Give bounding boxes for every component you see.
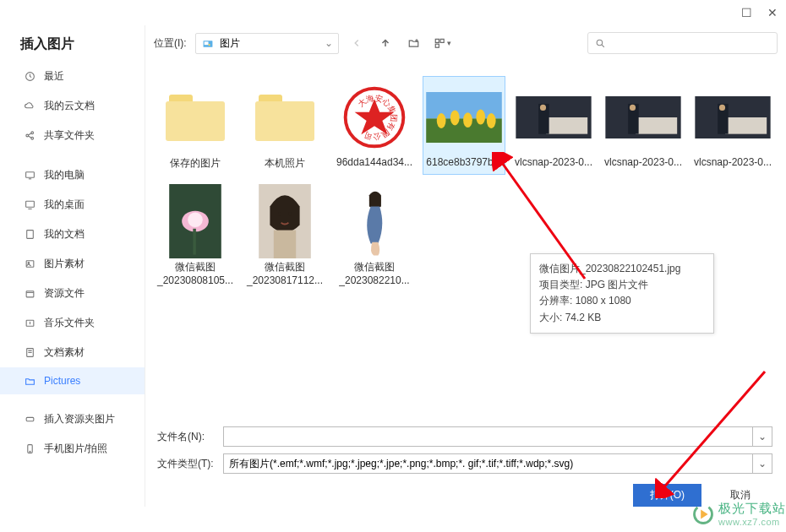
svg-point-51 bbox=[288, 212, 292, 215]
tooltip-size: 大小: 74.2 KB bbox=[539, 310, 705, 326]
view-button[interactable]: ▾ bbox=[432, 32, 454, 54]
sidebar-item-label: 我的文档 bbox=[44, 227, 85, 242]
sidebar-item-label: 手机图片/拍照 bbox=[44, 442, 107, 456]
watermark-logo-icon bbox=[691, 502, 715, 526]
svg-point-46 bbox=[188, 212, 203, 227]
sidebar-item-phone[interactable]: 手机图片/拍照 bbox=[0, 434, 145, 464]
sidebar-item-mydocs[interactable]: 我的文档 bbox=[0, 220, 145, 249]
svg-rect-37 bbox=[636, 117, 677, 134]
svg-point-14 bbox=[29, 451, 30, 452]
filename-input[interactable]: ⌄ bbox=[223, 426, 772, 447]
file-label-2: _20230817112... bbox=[244, 274, 325, 286]
tooltip-filename: 微信图片_20230822102451.jpg bbox=[539, 261, 705, 277]
file-item-folder[interactable]: 保存的图片 bbox=[154, 76, 237, 175]
sidebar-item-cloud[interactable]: 我的云文档 bbox=[0, 91, 145, 121]
svg-point-30 bbox=[476, 110, 485, 125]
file-label: 微信截图 bbox=[244, 260, 325, 274]
back-button[interactable] bbox=[346, 32, 368, 54]
sidebar-item-mycomputer[interactable]: 我的电脑 bbox=[0, 160, 145, 190]
file-tooltip: 微信图片_20230822102451.jpg 项目类型: JPG 图片文件 分… bbox=[530, 253, 714, 334]
tooltip-filetype: 项目类型: JPG 图片文件 bbox=[539, 277, 705, 293]
file-label-2: _20230808105... bbox=[155, 274, 236, 286]
sidebar-item-insert-resource[interactable]: 插入资源夹图片 bbox=[0, 404, 145, 434]
svg-rect-5 bbox=[25, 201, 34, 207]
up-button[interactable] bbox=[374, 32, 396, 54]
picture-folder-icon bbox=[201, 38, 215, 49]
file-label: 本机照片 bbox=[244, 156, 325, 171]
sidebar-item-resource[interactable]: 资源文件 bbox=[0, 279, 145, 308]
svg-marker-60 bbox=[701, 509, 707, 518]
location-label: 位置(I): bbox=[154, 36, 187, 51]
svg-rect-33 bbox=[546, 117, 587, 134]
filetype-value: 所有图片(*.emf;*.wmf;*.jpg;*.jpeg;*.jpe;*.pn… bbox=[229, 457, 573, 471]
tooltip-resolution: 分辨率: 1080 x 1080 bbox=[539, 293, 705, 309]
file-item-folder[interactable]: 本机照片 bbox=[243, 76, 326, 175]
tulips-thumbnail bbox=[426, 92, 502, 143]
file-item-image[interactable]: vlcsnap-2023-0... bbox=[512, 76, 595, 175]
sidebar-item-imageassets[interactable]: 图片素材 bbox=[0, 249, 145, 279]
cloud-icon bbox=[24, 100, 35, 112]
sidebar-item-pictures[interactable]: Pictures bbox=[0, 367, 145, 394]
file-label: 微信截图 bbox=[155, 260, 236, 274]
sidebar-item-label: 图片素材 bbox=[44, 257, 85, 271]
location-select[interactable]: 图片 ⌄ bbox=[195, 33, 339, 54]
sidebar-item-shared[interactable]: 共享文件夹 bbox=[0, 121, 145, 150]
sidebar-item-label: 插入资源夹图片 bbox=[44, 412, 115, 426]
filetype-select[interactable]: 所有图片(*.emf;*.wmf;*.jpg;*.jpeg;*.jpe;*.pn… bbox=[223, 453, 772, 474]
file-item-image[interactable]: 微信截图_2023082210... bbox=[333, 180, 416, 290]
close-button[interactable]: ✕ bbox=[767, 6, 778, 19]
new-folder-button[interactable] bbox=[403, 32, 425, 54]
sidebar-item-label: 我的桌面 bbox=[44, 198, 85, 212]
chevron-down-icon[interactable]: ⌄ bbox=[752, 427, 767, 446]
sidebar-item-label: Pictures bbox=[44, 375, 80, 387]
file-label-2: _2023082210... bbox=[334, 274, 415, 286]
maximize-button[interactable]: ☐ bbox=[741, 6, 752, 19]
file-item-image[interactable]: 微信截图_20230808105... bbox=[154, 180, 237, 290]
svg-rect-7 bbox=[26, 261, 34, 268]
svg-rect-19 bbox=[440, 39, 444, 42]
svg-rect-52 bbox=[274, 231, 296, 258]
file-item-image[interactable]: 大海安心集团有限公司96dda144ad34... bbox=[333, 76, 416, 175]
svg-point-17 bbox=[208, 44, 210, 46]
image-icon bbox=[24, 258, 35, 270]
portrait-thumbnail bbox=[259, 184, 311, 258]
sidebar-item-label: 共享文件夹 bbox=[44, 128, 95, 143]
svg-rect-6 bbox=[26, 231, 33, 239]
file-label: 保存的图片 bbox=[155, 156, 236, 171]
watermark-url: www.xz7.com bbox=[718, 517, 786, 527]
sidebar-item-music[interactable]: 音乐文件夹 bbox=[0, 308, 145, 338]
chevron-down-icon[interactable]: ⌄ bbox=[752, 454, 767, 473]
stamp-thumbnail: 大海安心集团有限公司 bbox=[341, 84, 407, 150]
sidebar-item-desktop[interactable]: 我的桌面 bbox=[0, 190, 145, 220]
svg-rect-4 bbox=[25, 172, 34, 178]
video-thumbnail bbox=[605, 96, 681, 138]
search-input[interactable] bbox=[587, 32, 778, 54]
clock-icon bbox=[24, 71, 35, 83]
file-item-image[interactable]: vlcsnap-2023-0... bbox=[602, 76, 685, 175]
sidebar-item-label: 文档素材 bbox=[44, 345, 85, 360]
file-item-image[interactable]: vlcsnap-2023-0... bbox=[691, 76, 774, 175]
watermark: 极光下载站 www.xz7.com bbox=[691, 501, 786, 527]
sidebar-item-label: 我的云文档 bbox=[44, 99, 95, 113]
sidebar-item-recent[interactable]: 最近 bbox=[0, 62, 145, 91]
sidebar-item-docassets[interactable]: 文档素材 bbox=[0, 338, 145, 367]
link-icon bbox=[24, 414, 35, 426]
svg-point-39 bbox=[630, 105, 636, 111]
file-item-image[interactable]: 微信截图_20230817112... bbox=[243, 180, 326, 290]
watermark-title: 极光下载站 bbox=[718, 501, 786, 517]
box-icon bbox=[24, 288, 35, 300]
folder-icon bbox=[24, 375, 35, 387]
svg-rect-16 bbox=[204, 41, 208, 45]
file-item-image-selected[interactable]: 618ce8b3797b... bbox=[423, 76, 505, 175]
svg-point-27 bbox=[437, 113, 446, 128]
file-label: vlcsnap-2023-0... bbox=[513, 156, 594, 168]
chevron-down-icon: ⌄ bbox=[325, 37, 333, 49]
svg-rect-20 bbox=[435, 44, 439, 47]
svg-rect-12 bbox=[26, 417, 34, 421]
filetype-label: 文件类型(T): bbox=[157, 457, 216, 471]
sidebar-item-label: 我的电脑 bbox=[44, 168, 85, 182]
search-icon bbox=[595, 38, 606, 49]
sidebar-item-label: 最近 bbox=[44, 69, 64, 84]
svg-point-29 bbox=[463, 112, 472, 128]
svg-point-21 bbox=[597, 40, 603, 46]
